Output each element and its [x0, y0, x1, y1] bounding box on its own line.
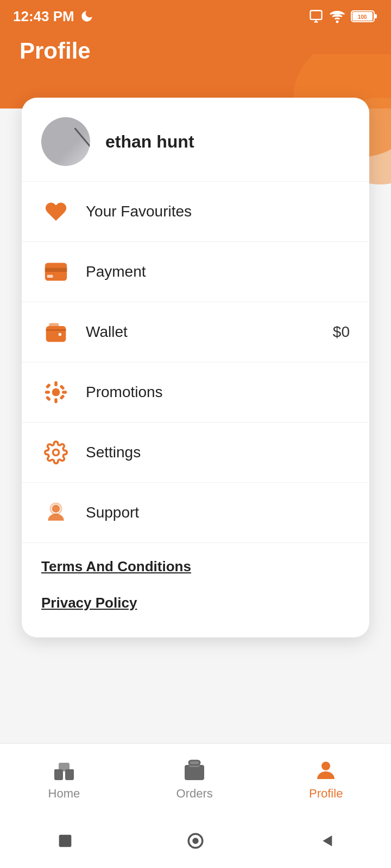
svg-rect-22	[46, 395, 51, 401]
menu-list: Your Favourites Payment	[22, 182, 369, 543]
privacy-link[interactable]: Privacy Policy	[41, 585, 350, 621]
home-nav-label: Home	[48, 787, 80, 801]
menu-item-favourites[interactable]: Your Favourites	[22, 182, 369, 242]
android-nav	[0, 814, 391, 868]
status-bar: 12:43 PM 100	[0, 0, 391, 33]
wallet-label: Wallet	[86, 323, 128, 341]
svg-marker-39	[323, 835, 332, 846]
svg-rect-14	[49, 323, 59, 327]
payment-label: Payment	[86, 263, 146, 280]
svg-rect-2	[311, 11, 322, 20]
nav-item-profile[interactable]: Profile	[309, 757, 343, 801]
page-title: Profile	[20, 38, 91, 64]
svg-point-35	[321, 762, 330, 770]
android-back-btn[interactable]	[314, 829, 338, 853]
menu-item-wallet[interactable]: Wallet $0	[22, 302, 369, 362]
battery-icon: 100	[351, 9, 378, 24]
svg-rect-23	[59, 394, 65, 400]
profile-nav-icon	[313, 757, 339, 783]
svg-rect-20	[46, 383, 51, 388]
wallet-value: $0	[333, 323, 350, 341]
home-icon	[51, 757, 77, 783]
promotions-label: Promotions	[86, 384, 163, 401]
status-time: 12:43 PM	[13, 8, 74, 25]
svg-rect-8	[374, 14, 377, 18]
svg-point-24	[53, 450, 59, 456]
settings-icon	[41, 438, 71, 467]
settings-label: Settings	[86, 444, 141, 461]
avatar-placeholder	[41, 117, 90, 166]
credit-card-icon	[41, 257, 71, 286]
menu-item-promotions[interactable]: Promotions	[22, 362, 369, 423]
svg-rect-12	[47, 275, 53, 278]
svg-rect-33	[189, 761, 200, 767]
terms-link[interactable]: Terms And Conditions	[41, 548, 350, 585]
svg-rect-17	[54, 398, 58, 403]
svg-rect-16	[54, 381, 58, 386]
status-icons: 100	[308, 8, 378, 24]
profile-card: ethan hunt Your Favourites Payment	[22, 98, 369, 637]
svg-rect-30	[54, 769, 62, 775]
legal-section: Terms And Conditions Privacy Policy	[22, 543, 369, 627]
status-time-group: 12:43 PM	[13, 8, 94, 25]
svg-point-5	[337, 21, 338, 23]
wifi-icon	[329, 8, 345, 24]
user-name: ethan hunt	[105, 132, 194, 152]
moon-icon	[80, 9, 94, 23]
svg-rect-11	[45, 268, 67, 272]
svg-rect-36	[59, 835, 72, 847]
support-icon	[41, 498, 71, 527]
svg-rect-18	[45, 391, 50, 394]
svg-point-15	[52, 388, 60, 397]
avatar-decoration	[74, 127, 90, 151]
menu-item-settings[interactable]: Settings	[22, 423, 369, 483]
orders-nav-label: Orders	[176, 787, 213, 801]
android-recent-btn[interactable]	[53, 829, 77, 853]
bottom-nav: Home Orders Profile	[0, 743, 391, 814]
svg-rect-13	[46, 326, 66, 342]
svg-point-38	[192, 838, 198, 844]
android-home-btn[interactable]	[184, 829, 207, 853]
profile-nav-label: Profile	[309, 787, 343, 801]
support-label: Support	[86, 504, 139, 521]
nav-item-home[interactable]: Home	[48, 757, 80, 801]
menu-item-support[interactable]: Support	[22, 483, 369, 543]
svg-rect-19	[62, 391, 67, 394]
svg-text:100: 100	[358, 14, 367, 20]
svg-point-25	[52, 505, 60, 513]
avatar	[41, 117, 90, 166]
heart-icon	[41, 197, 71, 226]
svg-rect-31	[66, 769, 74, 775]
notification-icon	[308, 9, 324, 24]
svg-rect-32	[185, 765, 204, 780]
user-row[interactable]: ethan hunt	[22, 98, 369, 182]
promotions-icon	[41, 378, 71, 407]
menu-item-payment[interactable]: Payment	[22, 242, 369, 302]
nav-item-orders[interactable]: Orders	[176, 757, 213, 801]
svg-rect-21	[59, 385, 65, 390]
wallet-icon	[41, 317, 71, 347]
orders-icon	[181, 757, 207, 783]
favourites-label: Your Favourites	[86, 203, 192, 220]
